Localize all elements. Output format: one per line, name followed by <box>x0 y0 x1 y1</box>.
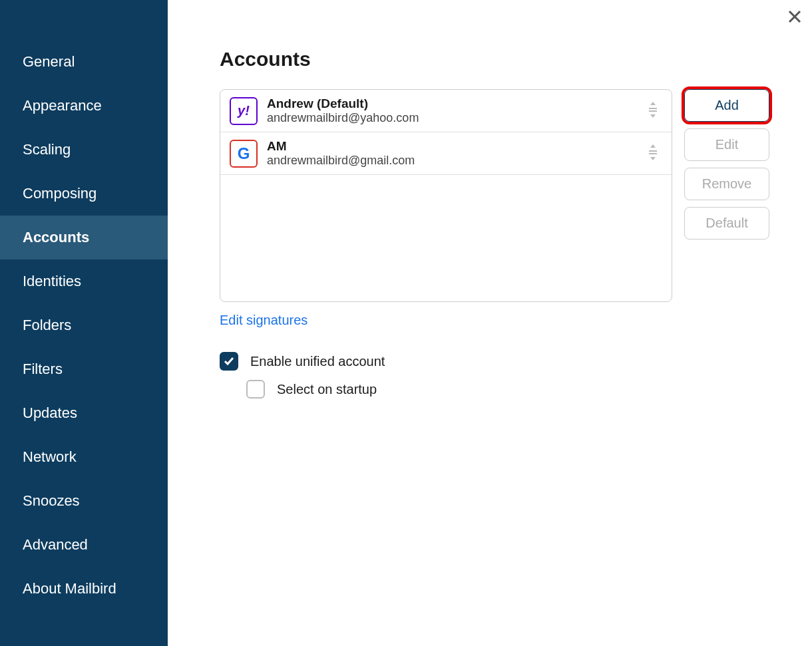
account-info: AM andrewmailbird@gmail.com <box>267 139 634 168</box>
drag-handle-icon[interactable] <box>644 143 662 164</box>
action-buttons: Add Edit Remove Default <box>684 89 769 240</box>
select-on-startup-label: Select on startup <box>277 382 377 397</box>
account-name: AM <box>267 139 634 154</box>
close-icon <box>788 10 801 23</box>
sidebar-item-accounts[interactable]: Accounts <box>0 216 168 259</box>
edit-button[interactable]: Edit <box>684 128 769 161</box>
select-on-startup-checkbox[interactable] <box>246 380 265 399</box>
gmail-icon: G <box>230 140 258 168</box>
remove-button[interactable]: Remove <box>684 168 769 200</box>
main-panel: Accounts y! Andrew (Default) andrewmailb… <box>168 0 812 646</box>
sidebar-item-scaling[interactable]: Scaling <box>0 128 168 172</box>
check-icon <box>223 355 235 367</box>
add-button[interactable]: Add <box>684 89 769 122</box>
close-button[interactable] <box>785 5 804 29</box>
enable-unified-label: Enable unified account <box>250 354 385 369</box>
sidebar: General Appearance Scaling Composing Acc… <box>0 0 168 646</box>
sidebar-item-appearance[interactable]: Appearance <box>0 84 168 128</box>
account-row[interactable]: G AM andrewmailbird@gmail.com <box>220 132 672 175</box>
accounts-list: y! Andrew (Default) andrewmailbird@yahoo… <box>220 89 672 302</box>
enable-unified-checkbox[interactable] <box>220 352 238 371</box>
default-button[interactable]: Default <box>684 207 769 240</box>
select-on-startup-row: Select on startup <box>246 380 785 399</box>
sidebar-item-advanced[interactable]: Advanced <box>0 523 168 567</box>
edit-signatures-link[interactable]: Edit signatures <box>220 313 307 328</box>
sidebar-item-identities[interactable]: Identities <box>0 259 168 303</box>
sidebar-item-about[interactable]: About Mailbird <box>0 567 168 611</box>
yahoo-icon: y! <box>230 97 258 125</box>
account-name: Andrew (Default) <box>267 96 634 111</box>
sidebar-item-folders[interactable]: Folders <box>0 303 168 347</box>
account-email: andrewmailbird@yahoo.com <box>267 111 634 125</box>
enable-unified-row: Enable unified account <box>220 352 785 371</box>
page-title: Accounts <box>220 48 785 71</box>
drag-handle-icon[interactable] <box>644 100 662 122</box>
account-info: Andrew (Default) andrewmailbird@yahoo.co… <box>267 96 634 125</box>
sidebar-item-snoozes[interactable]: Snoozes <box>0 479 168 523</box>
sidebar-item-general[interactable]: General <box>0 40 168 84</box>
sidebar-item-filters[interactable]: Filters <box>0 347 168 391</box>
account-email: andrewmailbird@gmail.com <box>267 154 634 168</box>
sidebar-item-network[interactable]: Network <box>0 435 168 479</box>
sidebar-item-composing[interactable]: Composing <box>0 172 168 216</box>
sidebar-item-updates[interactable]: Updates <box>0 391 168 435</box>
account-row[interactable]: y! Andrew (Default) andrewmailbird@yahoo… <box>220 90 672 132</box>
